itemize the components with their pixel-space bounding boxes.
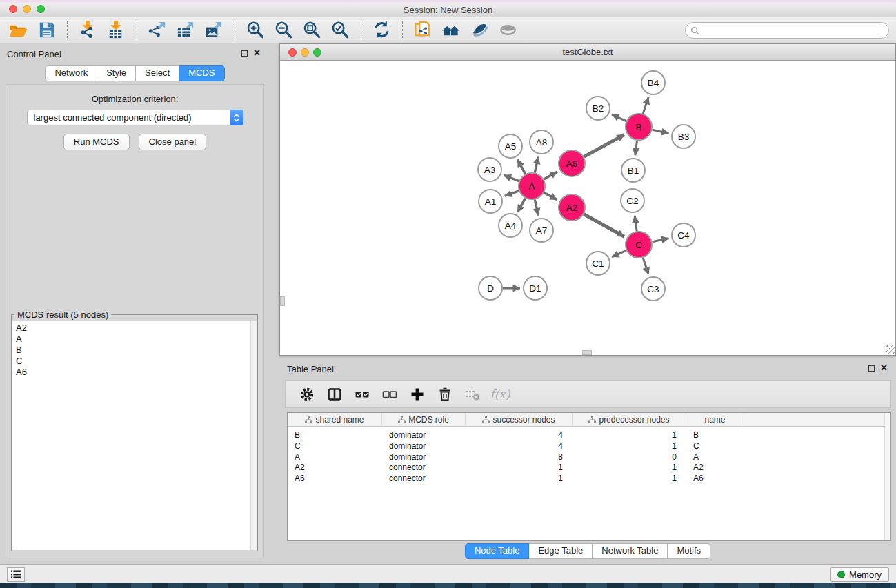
- table-cell[interactable]: 1: [466, 462, 573, 473]
- graph-node-C2[interactable]: C2: [621, 189, 644, 212]
- graph-node-B3[interactable]: B3: [672, 125, 695, 148]
- table-cell[interactable]: C: [686, 440, 744, 452]
- table-float-panel-icon[interactable]: [868, 365, 875, 372]
- memory-button[interactable]: Memory: [830, 567, 889, 582]
- edge-A-A3[interactable]: [504, 175, 519, 181]
- tab-network-table[interactable]: Network Table: [593, 543, 668, 559]
- close-panel-icon[interactable]: ×: [254, 50, 260, 57]
- edge-C-C4[interactable]: [653, 239, 669, 242]
- graph-node-B[interactable]: B: [626, 114, 652, 140]
- table-cell[interactable]: B: [686, 429, 744, 440]
- table-cell[interactable]: dominator: [382, 429, 466, 440]
- graph-node-A5[interactable]: A5: [499, 134, 522, 158]
- graph-node-A2[interactable]: A2: [559, 194, 585, 221]
- edge-A-A8[interactable]: [535, 157, 538, 173]
- table-cell[interactable]: connector: [382, 473, 466, 484]
- close-panel-button[interactable]: Close panel: [139, 134, 207, 150]
- edge-A-A4[interactable]: [518, 199, 526, 212]
- save-session-button[interactable]: [32, 19, 61, 41]
- clone-network-button[interactable]: [409, 19, 437, 41]
- column-header-predecessor-nodes[interactable]: predecessor nodes: [573, 413, 686, 427]
- graph-node-B2[interactable]: B2: [586, 97, 610, 120]
- network-window-titlebar[interactable]: testGlobe.txt: [280, 44, 895, 61]
- edge-B-B2[interactable]: [612, 114, 626, 121]
- edge-A2-C[interactable]: [584, 214, 625, 237]
- graph-node-B4[interactable]: B4: [641, 71, 665, 94]
- table-cell[interactable]: dominator: [382, 440, 466, 452]
- delete-table-button[interactable]: [464, 385, 481, 403]
- add-row-button[interactable]: [408, 385, 426, 403]
- deselect-all-button[interactable]: [381, 385, 399, 403]
- edge-A-A1[interactable]: [505, 191, 519, 196]
- graph-node-A8[interactable]: A8: [530, 130, 553, 154]
- tab-edge-table[interactable]: Edge Table: [529, 543, 593, 559]
- tab-motifs[interactable]: Motifs: [668, 543, 710, 559]
- table-cell[interactable]: B: [288, 429, 382, 440]
- table-cell[interactable]: A: [686, 452, 744, 463]
- open-file-button[interactable]: [4, 19, 32, 41]
- column-header-successor-nodes[interactable]: successor nodes: [466, 413, 573, 427]
- graph-node-D1[interactable]: D1: [524, 276, 547, 300]
- search-input[interactable]: [699, 24, 888, 37]
- graph-node-C3[interactable]: C3: [641, 277, 665, 301]
- edge-C-C3[interactable]: [643, 258, 648, 274]
- table-row[interactable]: Bdominator41B: [288, 429, 884, 440]
- export-table-button[interactable]: [172, 19, 200, 41]
- criterion-select[interactable]: largest connected component (directed): [27, 110, 243, 125]
- graph-node-B1[interactable]: B1: [621, 159, 645, 182]
- table-cell[interactable]: 4: [466, 429, 573, 440]
- settings-button[interactable]: [298, 385, 316, 403]
- vertical-scroll-thumb[interactable]: [280, 296, 285, 306]
- table-cell[interactable]: dominator: [382, 452, 466, 463]
- tab-network[interactable]: Network: [45, 65, 97, 81]
- graph-node-A[interactable]: A: [519, 173, 545, 199]
- function-builder-button[interactable]: f(x): [491, 385, 509, 403]
- table-cell[interactable]: 8: [466, 452, 573, 463]
- show-hide-eye-button[interactable]: [494, 19, 522, 41]
- table-cell[interactable]: 1: [573, 473, 686, 484]
- tab-node-table[interactable]: Node Table: [465, 543, 530, 559]
- table-cell[interactable]: 1: [573, 440, 686, 452]
- edge-A-A6[interactable]: [544, 172, 557, 179]
- tab-mcds[interactable]: MCDS: [179, 65, 224, 81]
- table-cell[interactable]: 1: [466, 473, 573, 484]
- zoom-fit-button[interactable]: [298, 19, 326, 41]
- table-scrollbar[interactable]: [884, 413, 890, 540]
- network-canvas[interactable]: B4B2BB3A5A8A6A3B1AA1C2A2A4A7C4CC1C3DD1: [280, 61, 895, 355]
- delete-row-button[interactable]: [436, 385, 454, 403]
- float-panel-icon[interactable]: [241, 50, 248, 57]
- table-cell[interactable]: A2: [288, 462, 382, 473]
- edge-C-C2[interactable]: [635, 216, 637, 231]
- select-all-button[interactable]: [353, 385, 371, 403]
- column-header-name[interactable]: name: [686, 413, 744, 427]
- table-cell[interactable]: connector: [382, 462, 466, 473]
- tab-style[interactable]: Style: [97, 65, 136, 81]
- zoom-out-button[interactable]: [270, 19, 298, 41]
- table-row[interactable]: A2connector11A2: [288, 462, 884, 473]
- graph-node-A1[interactable]: A1: [479, 190, 502, 213]
- graph-node-C4[interactable]: C4: [672, 223, 695, 247]
- table-cell[interactable]: 1: [573, 429, 686, 440]
- edge-A6-B[interactable]: [584, 135, 624, 157]
- first-neighbors-home-button[interactable]: [437, 19, 466, 41]
- graph-node-D[interactable]: D: [479, 276, 502, 300]
- export-image-button[interactable]: [200, 19, 228, 41]
- column-header-shared-name[interactable]: shared name: [288, 413, 382, 427]
- edge-A-A2[interactable]: [544, 192, 557, 199]
- import-network-button[interactable]: [74, 19, 102, 41]
- toggle-graphics-details-button[interactable]: [466, 19, 494, 41]
- tab-select[interactable]: Select: [136, 65, 179, 81]
- table-cell[interactable]: 4: [466, 440, 573, 452]
- edge-A-A5[interactable]: [517, 159, 525, 174]
- run-mcds-button[interactable]: Run MCDS: [63, 134, 130, 150]
- graph-node-A4[interactable]: A4: [499, 214, 522, 237]
- edge-B-B3[interactable]: [653, 130, 669, 133]
- task-history-button[interactable]: [7, 567, 25, 582]
- table-close-panel-icon[interactable]: ×: [881, 365, 887, 372]
- result-scrollbar[interactable]: [250, 321, 257, 550]
- column-header-MCDS-role[interactable]: MCDS role: [382, 413, 466, 427]
- export-network-button[interactable]: [143, 19, 172, 41]
- table-cell[interactable]: C: [288, 440, 382, 452]
- edge-B-B1[interactable]: [635, 141, 637, 155]
- table-cell[interactable]: A6: [686, 473, 744, 484]
